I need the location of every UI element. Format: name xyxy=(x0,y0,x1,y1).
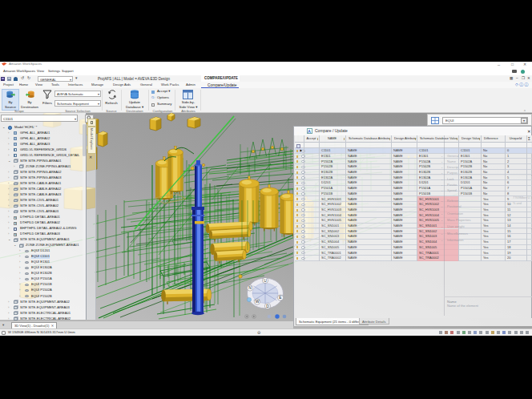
svg-text:U: U xyxy=(264,278,267,283)
svg-text:N: N xyxy=(248,285,252,290)
svg-text:W: W xyxy=(256,299,260,304)
svg-text:D: D xyxy=(266,304,269,308)
